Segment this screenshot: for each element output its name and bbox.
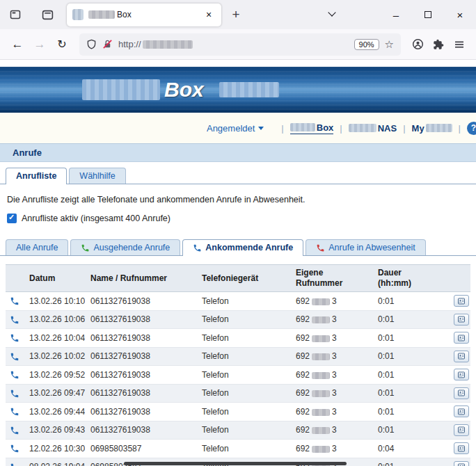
back-button[interactable]: ←	[7, 38, 28, 51]
filter-tab-ausgehende[interactable]: Ausgehende Anrufe	[70, 239, 180, 255]
own-number: 6923	[290, 347, 372, 366]
phonebook-icon	[457, 315, 466, 323]
phonebook-icon	[457, 334, 466, 342]
missed-call-icon	[316, 243, 325, 252]
extensions-button[interactable]	[429, 35, 448, 54]
call-list-active-row: Anrufliste aktiv (insgesamt 400 Anrufe)	[7, 214, 476, 223]
shield-icon[interactable]	[86, 39, 97, 49]
add-to-phonebook-button[interactable]	[454, 461, 469, 466]
redacted-model-name	[219, 82, 279, 97]
maximize-button[interactable]	[412, 0, 444, 29]
redacted-own-number	[312, 372, 330, 379]
own-number: 6923	[290, 310, 372, 329]
call-device: Telefon	[196, 421, 290, 440]
call-device: Telefon	[196, 329, 290, 348]
call-date: 12.02.26 10:30	[24, 440, 85, 458]
extensions-puzzle-icon	[433, 39, 444, 50]
header-datum: Datum	[24, 265, 85, 292]
redacted-brand	[426, 124, 452, 132]
nav-link-nas[interactable]: NAS	[349, 123, 397, 134]
maximize-icon	[425, 11, 431, 18]
add-to-phonebook-button[interactable]	[454, 295, 469, 307]
own-number: 6923	[290, 384, 372, 403]
call-device: Telefon	[196, 366, 290, 385]
add-to-phonebook-button[interactable]	[454, 314, 469, 326]
redacted-own-number	[312, 390, 330, 397]
url-bar[interactable]: http:// 90% ☆	[79, 33, 401, 56]
filter-tab-ankommende[interactable]: Ankommende Anrufe	[182, 239, 303, 256]
window-close-button[interactable]: ×	[444, 0, 476, 29]
add-to-phonebook-button[interactable]	[454, 424, 469, 436]
help-button[interactable]: ?	[467, 122, 476, 135]
call-list-active-checkbox[interactable]	[7, 214, 17, 223]
call-row: 13.02.26 09:44 0611327619038 Telefon 692…	[6, 403, 470, 421]
tab-manager-button[interactable]	[38, 5, 57, 24]
add-to-phonebook-button[interactable]	[454, 405, 469, 417]
add-to-phonebook-button[interactable]	[454, 442, 469, 454]
own-number: 6923	[290, 366, 372, 385]
forward-button[interactable]: →	[29, 38, 50, 51]
call-number: 0611327619038	[85, 403, 196, 421]
call-row: 13.02.26 09:47 0611327619038 Telefon 692…	[6, 384, 470, 403]
tab-list-chevron-icon[interactable]	[328, 10, 335, 16]
insecure-lock-icon[interactable]	[102, 39, 113, 49]
own-number: 6923	[290, 329, 372, 348]
call-date: 13.02.26 10:10	[24, 292, 85, 311]
logged-in-label: Angemeldet	[207, 123, 255, 134]
logged-in-dropdown[interactable]: Angemeldet	[207, 123, 264, 134]
redacted-own-number	[312, 353, 330, 360]
tab-close-button[interactable]: ×	[202, 8, 216, 22]
header-eigene: Eigene Rufnummer	[290, 265, 372, 292]
tab-anrufliste[interactable]: Anrufliste	[6, 168, 67, 184]
filter-tab-alle[interactable]: Alle Anrufe	[6, 239, 68, 255]
filter-tab-abwesenheit[interactable]: Anrufe in Abwesenheit	[306, 239, 425, 255]
redacted-url-host	[143, 40, 193, 49]
call-duration: 0:01	[372, 458, 445, 466]
call-row: 13.02.26 09:52 0611327619038 Telefon 692…	[6, 366, 470, 385]
new-tab-button[interactable]: +	[225, 4, 246, 25]
bookmark-star-icon[interactable]: ☆	[385, 38, 394, 51]
redacted-own-number	[312, 335, 330, 342]
nav-link-myfritz[interactable]: My	[412, 123, 452, 134]
call-duration: 0:01	[372, 347, 445, 366]
zoom-indicator[interactable]: 90%	[354, 39, 379, 50]
incoming-call-icon	[10, 426, 19, 435]
call-date: 13.02.26 10:02	[24, 347, 85, 366]
product-logo-text: Box	[164, 78, 204, 102]
tab-title: Box	[88, 10, 197, 19]
url-text: http://	[118, 39, 349, 49]
account-icon	[412, 38, 424, 50]
add-to-phonebook-button[interactable]	[454, 369, 469, 380]
horizontal-scrollbar-thumb[interactable]	[124, 462, 347, 465]
redacted-brand	[290, 123, 315, 131]
nav-link-box[interactable]: Box	[290, 122, 334, 134]
add-to-phonebook-button[interactable]	[454, 332, 469, 344]
incoming-call-icon	[10, 333, 19, 343]
redacted-brand-logo	[82, 79, 160, 100]
incoming-call-icon	[10, 444, 19, 453]
call-duration: 0:01	[372, 403, 445, 421]
intro-text: Die Anrufliste zeigt alle Telefonate und…	[0, 184, 476, 204]
call-row: 12.02.26 10:30 06985803587 Telefon 6923 …	[6, 440, 470, 458]
header-geraet: Telefoniegerät	[196, 265, 290, 292]
phonebook-icon	[457, 444, 466, 453]
redacted-own-number	[312, 298, 330, 305]
firefox-view-button[interactable]	[6, 5, 25, 24]
call-list: 13.02.26 10:10 0611327619038 Telefon 692…	[6, 292, 470, 466]
call-date: 13.02.26 09:52	[24, 366, 85, 385]
add-to-phonebook-button[interactable]	[454, 387, 469, 399]
call-number: 0611327619038	[85, 347, 196, 366]
tab-waehlhilfe[interactable]: Wählhilfe	[69, 168, 125, 184]
account-button[interactable]	[408, 35, 427, 54]
phonebook-icon	[457, 463, 466, 466]
checkbox-label[interactable]: Anrufliste aktiv (insgesamt 400 Anrufe)	[22, 214, 170, 223]
add-to-phonebook-button[interactable]	[454, 351, 469, 362]
redacted-own-number	[312, 446, 330, 453]
minimize-button[interactable]: –	[380, 0, 412, 29]
menu-button[interactable]	[450, 35, 469, 54]
separator: |	[340, 123, 342, 134]
browser-tab[interactable]: Box ×	[67, 3, 221, 26]
header-icon-col	[6, 265, 24, 292]
table-header-row: Datum Name / Rufnummer Telefoniegerät Ei…	[6, 265, 470, 292]
reload-button[interactable]: ↻	[51, 38, 72, 51]
